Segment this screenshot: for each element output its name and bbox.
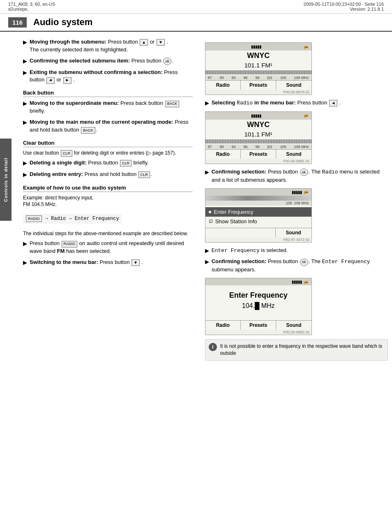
radio-display-2-header: ▮▮▮▮▮ 📻	[205, 112, 311, 120]
d3-tab-empty[interactable]	[205, 228, 276, 237]
photo-id-3: P82.87-3372-31	[205, 237, 311, 242]
confirm-label-2: Confirming selection:	[212, 258, 267, 264]
btn-left-1[interactable]: ◄	[329, 100, 337, 106]
bullet-arrow-1: ▶	[23, 39, 27, 46]
display-3-bar	[205, 196, 311, 201]
btn-next[interactable]: ►	[63, 77, 71, 84]
d3-tab-sound[interactable]: Sound	[276, 228, 311, 237]
submenu-item-show-station[interactable]: ☑ Show Station Info	[205, 217, 311, 226]
radio-tab-presets-1[interactable]: Presets	[241, 81, 276, 90]
submenu-item-enter-freq[interactable]: ■ Enter Frequency	[205, 207, 311, 217]
bullet-moving-submenu: ▶ Moving through the submenu: Press butt…	[23, 38, 193, 54]
example-heading: Example of how to use the audio system	[23, 185, 193, 192]
btn-down[interactable]: ▼	[157, 39, 165, 46]
display-3-bottom-tab: Sound	[205, 228, 311, 237]
display-4-top: ▮▮▮▮▮ 📻	[205, 278, 311, 285]
bullet-confirm-selection-2: ▶ Confirming selection: Press button ok.…	[205, 258, 388, 274]
btn-up[interactable]: ▲	[140, 39, 148, 46]
bullet-arrow-r1: ▶	[205, 99, 209, 107]
display-3-top: ▮▮▮▮▮ 📻	[205, 189, 311, 196]
bullet-arrow-8: ▶	[23, 240, 27, 248]
btn-ok-3[interactable]: ok	[300, 259, 308, 266]
d4-tab-presets[interactable]: Presets	[241, 321, 276, 330]
back-button-heading: Back button	[23, 90, 193, 97]
confirm-label-1: Confirming selection:	[212, 169, 267, 175]
bullet-main-menu: ▶ Moving to the main menu of the current…	[23, 118, 193, 134]
bullet-arrow-5: ▶	[23, 119, 27, 127]
bullet-arrow-4: ▶	[23, 100, 27, 108]
bullet-text-r2: Confirming selection: Press button ok. T…	[212, 168, 388, 184]
bullet-arrow-r3: ▶	[205, 247, 209, 255]
info-note: i It is not possible to enter a frequenc…	[205, 339, 388, 361]
bullet-text-r3: Enter Frequency is selected.	[212, 247, 388, 255]
antenna-icon-4: 📻	[304, 280, 308, 284]
radio-tab-presets-2[interactable]: Presets	[241, 150, 276, 159]
right-column: ▮▮▮▮▮ 📻 WNYC 101.1 FM¹ 8790939699|021051…	[201, 32, 392, 367]
btn-back-2[interactable]: BACK	[81, 127, 95, 134]
radio-tab-sound-2[interactable]: Sound	[276, 150, 311, 159]
btn-back-1[interactable]: BACK	[165, 101, 180, 107]
radio-display-1: ▮▮▮▮▮ 📻 WNYC 101.1 FM¹ 8790939699|021051…	[205, 42, 312, 95]
bullet-label-6: Deleting a single digit:	[30, 160, 87, 166]
check-icon-1: ■	[209, 209, 212, 214]
bullet-text-5: Moving to the main menu of the current o…	[30, 118, 193, 134]
radio-display-3: ▮▮▮▮▮ 📻 105 108 MHz ■ Enter Frequency ☑ …	[205, 188, 312, 243]
bullet-confirm-submenu: ▶ Confirming the selected submenu item: …	[23, 57, 193, 65]
radio-station-2: WNYC	[205, 120, 311, 130]
display-4-freq: 104.█ MHz	[205, 301, 311, 314]
radio-tab-sound-1[interactable]: Sound	[276, 81, 311, 90]
display-3-freq: 105 108 MHz	[205, 201, 311, 206]
antenna-icon-3: 📻	[304, 190, 308, 194]
btn-clr-1[interactable]: CLR	[120, 160, 131, 167]
photo-id-1: P82.60-6879-31	[205, 90, 311, 95]
radio-marks-2: 8790939699|02105108 MHz	[205, 144, 311, 149]
radio-freq-2: 101.1 FM¹	[205, 130, 311, 139]
radio-tabs-2: Radio Presets Sound	[205, 149, 311, 159]
bullet-enter-freq-selected: ▶ Enter Frequency is selected.	[205, 247, 388, 255]
btn-down-2[interactable]: ▼	[131, 259, 140, 266]
d4-tab-sound[interactable]: Sound	[276, 321, 311, 330]
bullet-arrow-7: ▶	[23, 171, 27, 179]
bullet-confirming-selection: ▶ Confirming selection: Press button ok.…	[205, 168, 388, 184]
radio-signal-bar-1	[205, 70, 311, 74]
bullet-label-7: Deleting entire entry:	[30, 171, 83, 177]
btn-clr-2[interactable]: CLR	[138, 171, 150, 178]
main-content: ▶ Moving through the submenu: Press butt…	[0, 32, 392, 367]
btn-clr-note[interactable]: CLR	[61, 150, 72, 157]
btn-radio-press[interactable]: RADIO	[62, 241, 78, 247]
enter-freq-label: Enter Frequency	[212, 247, 260, 254]
example-flow: RADIO → Radio → Enter Frequency	[23, 214, 122, 224]
signal-icon-3: ▮▮▮▮▮	[292, 190, 302, 194]
btn-prev[interactable]: ◄	[46, 77, 55, 84]
bullet-arrow-9: ▶	[23, 259, 27, 267]
bullet-label-3: Exiting the submenu without confirming a…	[30, 69, 163, 75]
bullet-press-radio: ▶ Press button RADIO on audio control un…	[23, 240, 193, 255]
bullet-label-9: Switching to the menu bar:	[30, 259, 98, 265]
display-4-title: Enter Frequency	[205, 285, 311, 301]
radio-freq-1: 101.1 FM¹	[205, 61, 311, 69]
left-column: ▶ Moving through the submenu: Press butt…	[15, 32, 201, 367]
example-desc: The individual steps for the above-menti…	[23, 230, 193, 237]
bullet-arrow-2: ▶	[23, 58, 27, 65]
bullet-selecting-radio: ▶ Selecting Radio in the menu bar: Press…	[205, 99, 388, 107]
header-left-line2: d2ureepe,	[8, 7, 55, 12]
header-left-line1: 171_AKB; 3; 60, en-US	[8, 2, 55, 7]
bullet-text-8: Press button RADIO on audio control unit…	[30, 240, 193, 255]
bullet-text-2: Confirming the selected submenu item: Pr…	[30, 57, 193, 65]
radio-tab-radio-2[interactable]: Radio	[205, 150, 241, 159]
title-bar: 116 Audio system	[0, 14, 392, 32]
bullet-text-1: Moving through the submenu: Press button…	[30, 38, 193, 54]
display-3-items: ■ Enter Frequency ☑ Show Station Info	[205, 206, 311, 228]
bullet-label-1: Moving through the submenu:	[30, 39, 106, 45]
btn-ok-1[interactable]: ok	[163, 58, 171, 65]
bullet-text-6: Deleting a single digit: Press button CL…	[30, 159, 193, 167]
bullet-switch-menu-bar: ▶ Switching to the menu bar: Press butto…	[23, 259, 193, 267]
bullet-arrow-3: ▶	[23, 69, 27, 77]
radio-tab-radio-1[interactable]: Radio	[205, 81, 241, 90]
header-right-line2: Version: 2.11.8.1	[304, 7, 384, 12]
bullet-note-1: The currently selected item is highlight…	[30, 46, 128, 53]
btn-ok-2[interactable]: ok	[300, 169, 308, 176]
d4-tab-radio[interactable]: Radio	[205, 321, 241, 330]
bullet-arrow-6: ▶	[23, 160, 27, 167]
page-title: Audio system	[33, 17, 92, 28]
